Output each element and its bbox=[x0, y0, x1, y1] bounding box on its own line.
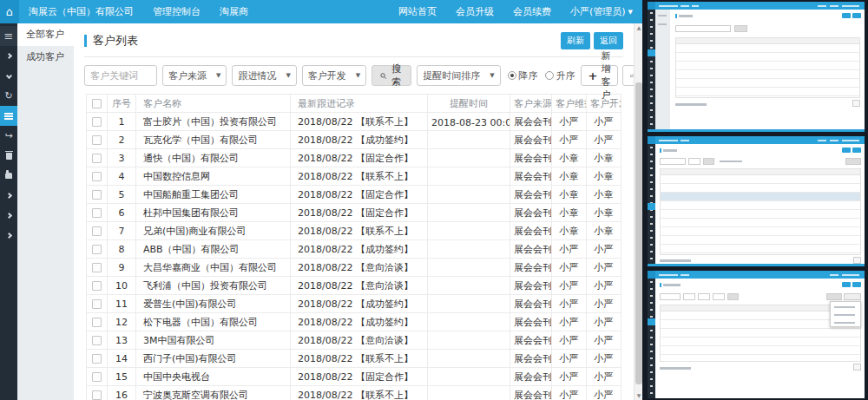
column-header-0: 序号 bbox=[108, 95, 136, 113]
reminder-time bbox=[428, 204, 510, 222]
row-number: 6 bbox=[108, 204, 136, 222]
home-icon[interactable]: ⌂ bbox=[0, 0, 19, 23]
row-checkbox[interactable] bbox=[92, 390, 102, 400]
customer-developer: 小严 bbox=[587, 386, 621, 400]
reminder-time bbox=[428, 222, 510, 240]
column-header-1: 客户名称 bbox=[136, 95, 291, 113]
row-checkbox[interactable] bbox=[92, 226, 102, 236]
row-checkbox-cell bbox=[87, 240, 108, 259]
row-number: 9 bbox=[108, 259, 136, 277]
vertical-scrollbar[interactable]: ▲ ▼ bbox=[634, 23, 642, 400]
page-preview-3[interactable] bbox=[648, 271, 865, 398]
select-all-checkbox[interactable] bbox=[92, 99, 102, 108]
customer-developer: 小章 bbox=[587, 204, 621, 222]
chevron-down-icon: ▼ bbox=[216, 72, 220, 79]
table-row: 6杜邦中国集团有限公司2018/08/22 【固定合作】展会会刊小章小章 bbox=[87, 204, 621, 222]
keyword-input[interactable] bbox=[84, 65, 157, 86]
table-row: 15中国中央电视台2018/08/22 【固定合作】展会会刊小严小严 bbox=[87, 368, 621, 386]
search-button[interactable]: 搜索 bbox=[372, 65, 411, 86]
customer-name: 中国中央电视台 bbox=[136, 368, 291, 386]
row-checkbox[interactable] bbox=[92, 299, 102, 309]
customer-developer-select[interactable]: 客户开发▼ bbox=[302, 65, 366, 86]
row-checkbox-cell bbox=[87, 350, 108, 368]
follow-up-select[interactable]: 跟进情况▼ bbox=[232, 65, 296, 86]
rail-item-9[interactable] bbox=[0, 206, 17, 226]
row-checkbox-cell bbox=[87, 167, 108, 186]
add-customer-button[interactable]: +新增客户 bbox=[581, 65, 619, 86]
rail-item-3[interactable]: ↻ bbox=[0, 86, 17, 106]
navbar-right-item-2[interactable]: 会员续费 bbox=[503, 0, 561, 23]
row-checkbox-cell bbox=[87, 313, 108, 331]
row-number: 1 bbox=[108, 113, 136, 131]
navbar-right-item-0[interactable]: 网站首页 bbox=[389, 0, 446, 23]
rail-item-8[interactable] bbox=[0, 186, 17, 206]
navbar-item-1[interactable]: 管理控制台 bbox=[143, 0, 210, 23]
page-preview-2[interactable] bbox=[648, 136, 865, 266]
row-checkbox[interactable] bbox=[92, 245, 102, 254]
rail-item-7[interactable] bbox=[0, 166, 17, 186]
customer-developer: 小严 bbox=[587, 313, 621, 331]
customer-developer: 小严 bbox=[587, 259, 621, 277]
reminder-time bbox=[428, 149, 510, 167]
rail-item-1[interactable] bbox=[0, 46, 17, 66]
row-checkbox[interactable] bbox=[92, 135, 102, 145]
row-checkbox[interactable] bbox=[92, 354, 102, 364]
row-checkbox[interactable] bbox=[92, 208, 102, 218]
reminder-time bbox=[428, 350, 510, 368]
rail-item-10[interactable] bbox=[0, 226, 17, 246]
row-number: 4 bbox=[108, 167, 136, 186]
table-row: 4中国数控信息网2018/08/22 【联系不上】展会会刊小章小章 bbox=[87, 167, 621, 186]
customer-source-select[interactable]: 客户来源▼ bbox=[162, 65, 227, 86]
row-checkbox[interactable] bbox=[92, 281, 102, 291]
rail-item-4[interactable] bbox=[0, 106, 17, 126]
mini-footer bbox=[648, 129, 865, 132]
rail-item-0[interactable]: ≡ bbox=[0, 26, 17, 46]
row-checkbox[interactable] bbox=[92, 117, 102, 127]
rail-item-5[interactable]: ↪ bbox=[0, 126, 17, 146]
scrollbar-thumb[interactable] bbox=[635, 82, 642, 384]
table-row: 133M中国有限公司2018/08/22 【意向洽谈】展会会刊小严小严 bbox=[87, 331, 621, 350]
sort-radio-1[interactable]: 升序 bbox=[545, 69, 575, 82]
search-icon bbox=[380, 71, 386, 81]
row-checkbox-cell bbox=[87, 331, 108, 350]
rail-item-6[interactable] bbox=[0, 146, 17, 166]
page-title: 客户列表 bbox=[93, 33, 138, 49]
row-checkbox[interactable] bbox=[92, 190, 102, 200]
sort-radio-0[interactable]: 降序 bbox=[508, 69, 538, 82]
navbar-right-item-1[interactable]: 会员升级 bbox=[446, 0, 503, 23]
customer-keeper: 小章 bbox=[552, 204, 587, 222]
row-checkbox[interactable] bbox=[92, 154, 102, 163]
sidebar-item-1[interactable]: 成功客户 bbox=[17, 46, 74, 69]
thumbs-up-icon bbox=[5, 173, 12, 179]
radio-icon bbox=[508, 71, 516, 80]
refresh-button[interactable]: 刷新 bbox=[561, 32, 590, 49]
customer-developer: 小严 bbox=[587, 113, 621, 131]
row-checkbox[interactable] bbox=[92, 336, 102, 345]
plus-icon: + bbox=[589, 70, 598, 82]
table-row: 8ABB（中国）有限公司2018/08/22 【成功签约】展会会刊小严小严 bbox=[87, 240, 621, 259]
row-number: 7 bbox=[108, 222, 136, 240]
customer-name: 飞利浦（中国）投资有限公司 bbox=[136, 277, 291, 295]
row-checkbox[interactable] bbox=[92, 172, 102, 181]
page-preview-1[interactable] bbox=[648, 2, 865, 132]
reminder-time bbox=[428, 368, 510, 386]
row-checkbox[interactable] bbox=[92, 263, 102, 272]
row-checkbox[interactable] bbox=[92, 318, 102, 327]
customer-developer: 小严 bbox=[587, 240, 621, 259]
navbar-item-0[interactable]: 淘展云（中国）有限公司 bbox=[19, 0, 143, 23]
navbar-right-item-3[interactable]: 小严(管理员)▼ bbox=[561, 0, 642, 23]
reminder-sort-select[interactable]: 提醒时间排序▼ bbox=[417, 65, 500, 86]
back-button[interactable]: 返回 bbox=[594, 32, 623, 49]
customer-keeper: 小章 bbox=[552, 186, 587, 204]
row-checkbox[interactable] bbox=[92, 372, 102, 382]
customer-source: 展会会刊 bbox=[510, 149, 552, 167]
table-row: 1富士胶片（中国）投资有限公司2018/08/22 【联系不上】2018-08-… bbox=[87, 113, 621, 131]
customer-developer: 小严 bbox=[587, 277, 621, 295]
rail-item-2[interactable] bbox=[0, 66, 17, 86]
navbar-item-2[interactable]: 淘展商 bbox=[210, 0, 258, 23]
customer-source: 展会会刊 bbox=[510, 113, 552, 131]
mini-content bbox=[670, 10, 865, 132]
customer-name: 松下电器（中国）有限公司 bbox=[136, 313, 291, 331]
customer-source: 展会会刊 bbox=[510, 240, 552, 259]
sidebar-item-0[interactable]: 全部客户 bbox=[17, 23, 74, 46]
